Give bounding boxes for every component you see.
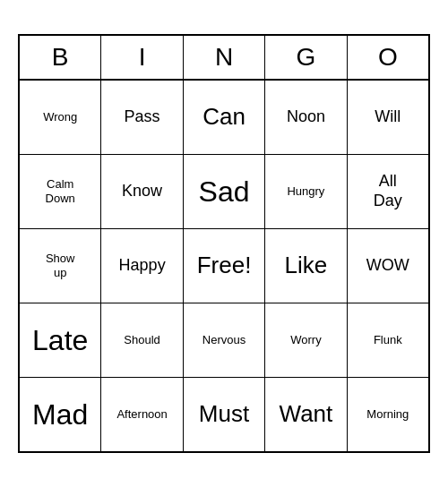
cell-label: Show up — [46, 252, 75, 279]
header-letter: B — [20, 36, 101, 79]
bingo-row: LateShouldNervousWorryFlunk — [20, 303, 428, 378]
cell-label: Happy — [119, 256, 166, 276]
bingo-cell: Mad — [20, 378, 101, 451]
cell-label: Pass — [125, 107, 160, 127]
header-letter: G — [265, 36, 347, 79]
cell-label: Hungry — [287, 184, 324, 199]
bingo-cell: Will — [348, 81, 428, 154]
cell-label: All Day — [374, 172, 402, 210]
bingo-cell: All Day — [348, 155, 428, 228]
cell-label: Wrong — [43, 110, 77, 124]
cell-label: Late — [32, 323, 88, 357]
bingo-cell: Morning — [348, 378, 428, 451]
cell-label: Can — [202, 103, 246, 131]
bingo-cell: Pass — [101, 81, 183, 154]
cell-label: Worry — [290, 333, 321, 347]
bingo-cell: Flunk — [348, 303, 428, 377]
bingo-cell: Sad — [184, 155, 265, 228]
bingo-cell: Wrong — [20, 81, 101, 154]
cell-label: Will — [375, 107, 401, 127]
bingo-row: Show upHappyFree!LikeWOW — [20, 229, 428, 303]
bingo-body: WrongPassCanNoonWillCalm DownKnowSadHung… — [20, 81, 428, 451]
bingo-cell: Want — [265, 378, 347, 451]
cell-label: Morning — [366, 407, 409, 422]
cell-label: Like — [285, 252, 328, 279]
cell-label: Sad — [199, 175, 250, 209]
bingo-cell: Worry — [265, 303, 347, 377]
cell-label: WOW — [366, 256, 409, 276]
bingo-cell: Happy — [101, 229, 183, 303]
bingo-cell: Like — [265, 229, 347, 303]
bingo-cell: Show up — [20, 229, 101, 303]
bingo-cell: Can — [184, 81, 265, 154]
cell-label: Mad — [32, 397, 88, 431]
cell-label: Nervous — [202, 333, 246, 347]
bingo-cell: Must — [184, 378, 265, 451]
bingo-cell: Calm Down — [20, 155, 101, 228]
header-letter: I — [101, 36, 183, 79]
cell-label: Afternoon — [116, 407, 167, 422]
bingo-header: BINGO — [20, 36, 428, 81]
bingo-cell: Late — [20, 303, 101, 377]
cell-label: Want — [280, 400, 333, 428]
bingo-row: WrongPassCanNoonWill — [20, 81, 428, 155]
bingo-cell: Should — [101, 303, 183, 377]
cell-label: Calm Down — [46, 177, 75, 205]
bingo-cell: Noon — [265, 81, 347, 154]
cell-label: Free! — [197, 252, 252, 279]
cell-label: Noon — [287, 107, 325, 127]
cell-label: Know — [122, 182, 162, 201]
bingo-row: Calm DownKnowSadHungryAll Day — [20, 155, 428, 229]
bingo-cell: WOW — [348, 229, 428, 303]
bingo-cell: Know — [101, 155, 183, 228]
bingo-cell: Free! — [184, 229, 265, 303]
cell-label: Must — [199, 400, 249, 428]
header-letter: O — [348, 36, 428, 79]
bingo-cell: Hungry — [265, 155, 347, 228]
bingo-row: MadAfternoonMustWantMorning — [20, 378, 428, 451]
cell-label: Flunk — [374, 333, 402, 347]
bingo-cell: Afternoon — [101, 378, 183, 451]
bingo-cell: Nervous — [184, 303, 265, 377]
bingo-card: BINGO WrongPassCanNoonWillCalm DownKnowS… — [18, 34, 430, 453]
cell-label: Should — [124, 333, 159, 347]
header-letter: N — [184, 36, 265, 79]
